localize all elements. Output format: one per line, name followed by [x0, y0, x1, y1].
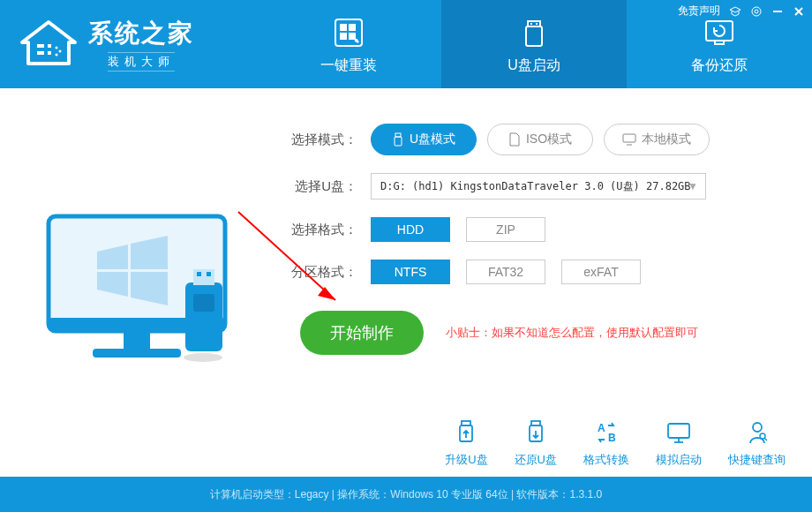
disclaimer-link[interactable]: 免责声明 [678, 4, 720, 19]
svg-point-6 [56, 54, 58, 56]
tool-hotkey-lookup[interactable]: 快捷键查询 [728, 418, 786, 468]
person-search-icon [743, 418, 771, 447]
svg-rect-25 [124, 333, 150, 349]
svg-rect-13 [530, 23, 532, 25]
svg-rect-2 [48, 44, 51, 48]
svg-rect-14 [536, 23, 538, 25]
partition-fat32-button[interactable]: FAT32 [466, 260, 545, 284]
svg-rect-45 [668, 424, 689, 438]
iso-icon [508, 132, 521, 147]
svg-point-19 [755, 10, 758, 13]
svg-rect-30 [207, 272, 211, 276]
tab-reinstall[interactable]: 一键重装 [256, 0, 441, 88]
partition-exfat-button[interactable]: exFAT [561, 260, 641, 284]
tool-simulate-boot[interactable]: 模拟启动 [656, 418, 702, 468]
partition-ntfs-button[interactable]: NTFS [371, 260, 450, 284]
svg-rect-29 [197, 272, 201, 276]
logo: 系统之家 装机大师 [0, 0, 256, 88]
start-row: 开始制作 小贴士：如果不知道怎么配置，使用默认配置即可 [291, 311, 786, 355]
svg-rect-0 [37, 44, 44, 48]
illustration [0, 88, 291, 477]
content-area: 选择模式： U盘模式 ISO模式 本地模式 选择U盘： D:G: (hd1) K… [0, 88, 812, 477]
svg-rect-15 [526, 26, 542, 46]
svg-rect-37 [623, 134, 635, 142]
tool-restore-usb[interactable]: 还原U盘 [515, 418, 557, 468]
mode-iso-button[interactable]: ISO模式 [487, 124, 593, 155]
usb-up-icon [452, 418, 480, 447]
svg-rect-17 [715, 41, 724, 44]
svg-rect-26 [93, 349, 181, 358]
svg-text:B: B [608, 432, 616, 444]
svg-rect-28 [193, 269, 214, 285]
format-hdd-button[interactable]: HDD [371, 217, 450, 242]
footer: 计算机启动类型：Legacy | 操作系统：Windows 10 专业版 64位… [0, 477, 812, 512]
svg-point-32 [184, 353, 222, 362]
convert-icon: AB [592, 418, 620, 447]
monitor-icon [665, 418, 693, 447]
svg-point-4 [56, 47, 58, 49]
brand-subtitle: 装机大师 [108, 52, 175, 72]
usb-down-icon [522, 418, 550, 447]
start-button[interactable]: 开始制作 [300, 311, 424, 355]
house-icon [18, 18, 79, 71]
mode-label: 选择模式： [291, 132, 371, 148]
svg-rect-27 [185, 282, 222, 351]
graduation-icon[interactable] [729, 5, 741, 18]
minimize-icon[interactable] [771, 5, 784, 18]
bottom-toolbar: 升级U盘 还原U盘 AB 格式转换 模拟启动 快捷键查询 [445, 418, 786, 468]
partition-label: 分区格式： [291, 264, 371, 281]
svg-rect-8 [340, 24, 347, 31]
window-controls: 免责声明 [678, 4, 805, 19]
monitor-icon [622, 133, 636, 146]
svg-rect-1 [37, 51, 44, 55]
format-label: 选择格式： [291, 222, 371, 238]
gear-icon[interactable] [750, 5, 763, 18]
restore-icon [701, 14, 738, 51]
mode-local-button[interactable]: 本地模式 [604, 124, 710, 155]
brand-title: 系统之家 [88, 17, 194, 50]
usb-icon [392, 132, 404, 147]
mode-row: 选择模式： U盘模式 ISO模式 本地模式 [291, 124, 786, 155]
svg-point-48 [753, 423, 762, 432]
svg-rect-16 [706, 21, 733, 41]
svg-rect-35 [395, 133, 401, 137]
svg-rect-3 [48, 51, 51, 55]
mode-usb-button[interactable]: U盘模式 [371, 124, 477, 155]
close-icon[interactable] [793, 5, 805, 18]
header: 系统之家 装机大师 一键重装 U盘启动 备份还原 免责声明 [0, 0, 812, 88]
svg-line-50 [764, 438, 767, 440]
svg-rect-10 [340, 33, 347, 40]
format-zip-button[interactable]: ZIP [466, 217, 545, 242]
tool-format-convert[interactable]: AB 格式转换 [583, 418, 629, 468]
svg-rect-9 [349, 24, 356, 31]
tab-usb-boot[interactable]: U盘启动 [441, 0, 627, 88]
usb-select[interactable]: D:G: (hd1) KingstonDataTraveler 3.0 (U盘)… [371, 173, 706, 200]
usb-select-row: 选择U盘： D:G: (hd1) KingstonDataTraveler 3.… [291, 173, 786, 200]
tool-upgrade-usb[interactable]: 升级U盘 [445, 418, 487, 468]
svg-point-5 [59, 50, 62, 53]
usb-label: 选择U盘： [291, 178, 371, 195]
chevron-down-icon: ▼ [688, 180, 698, 192]
partition-row: 分区格式： NTFS FAT32 exFAT [291, 260, 786, 284]
footer-text: 计算机启动类型：Legacy | 操作系统：Windows 10 专业版 64位… [210, 487, 602, 502]
windows-icon [330, 14, 367, 51]
format-row: 选择格式： HDD ZIP [291, 217, 786, 242]
svg-text:A: A [598, 422, 605, 434]
svg-rect-36 [395, 137, 402, 146]
usb-drive-icon [515, 14, 553, 51]
tip-text: 小贴士：如果不知道怎么配置，使用默认配置即可 [446, 325, 698, 341]
svg-point-18 [752, 7, 761, 16]
svg-rect-31 [193, 294, 214, 312]
